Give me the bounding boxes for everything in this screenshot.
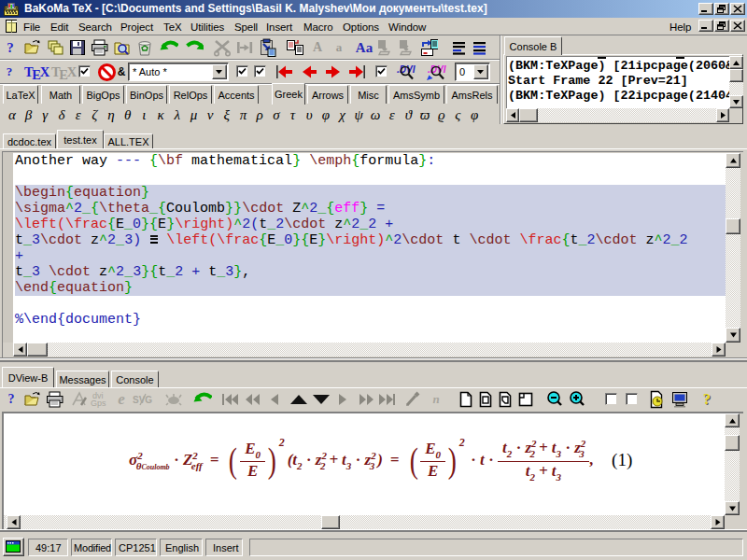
svg-text:.DVI: .DVI: [397, 64, 416, 75]
svg-text:Gps: Gps: [91, 399, 106, 408]
svg-text:.DVI: .DVI: [428, 64, 446, 75]
